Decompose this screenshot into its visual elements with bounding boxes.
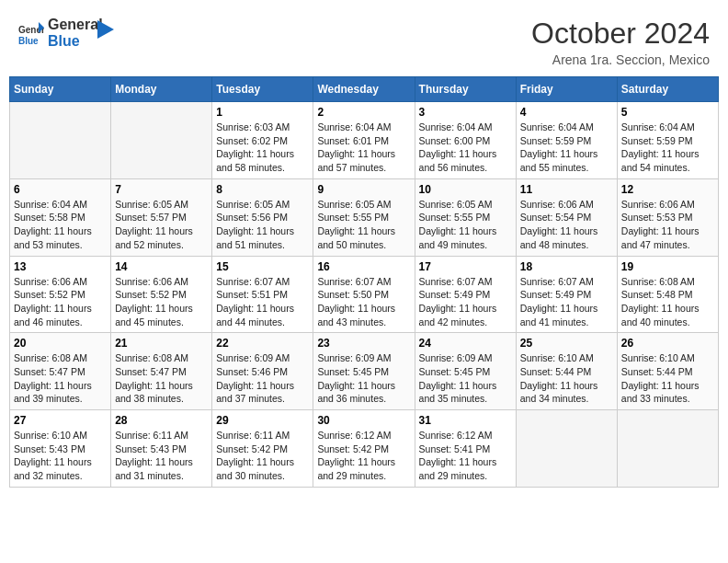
cell-info: Sunrise: 6:10 AM Sunset: 5:44 PM Dayligh…: [621, 351, 714, 406]
cell-info: Sunrise: 6:08 AM Sunset: 5:48 PM Dayligh…: [621, 275, 714, 329]
calendar-cell: 2Sunrise: 6:04 AM Sunset: 6:01 PM Daylig…: [313, 102, 415, 179]
day-number: 16: [317, 260, 410, 273]
day-number: 18: [520, 260, 613, 273]
calendar-header-row: SundayMondayTuesdayWednesdayThursdayFrid…: [10, 77, 719, 102]
calendar-cell: 17Sunrise: 6:07 AM Sunset: 5:49 PM Dayli…: [415, 256, 516, 333]
day-number: 13: [14, 260, 107, 273]
calendar-cell: 21Sunrise: 6:08 AM Sunset: 5:47 PM Dayli…: [111, 333, 212, 410]
column-header-saturday: Saturday: [617, 77, 718, 102]
calendar-cell: 4Sunrise: 6:04 AM Sunset: 5:59 PM Daylig…: [516, 102, 617, 179]
calendar-cell: 26Sunrise: 6:10 AM Sunset: 5:44 PM Dayli…: [617, 333, 718, 410]
cell-info: Sunrise: 6:03 AM Sunset: 6:02 PM Dayligh…: [216, 121, 309, 175]
day-number: 26: [621, 337, 714, 350]
cell-info: Sunrise: 6:06 AM Sunset: 5:52 PM Dayligh…: [14, 275, 107, 329]
day-number: 7: [115, 183, 208, 196]
calendar-cell: 18Sunrise: 6:07 AM Sunset: 5:49 PM Dayli…: [516, 256, 617, 333]
day-number: 31: [419, 414, 512, 427]
calendar-cell: 22Sunrise: 6:09 AM Sunset: 5:46 PM Dayli…: [212, 333, 313, 410]
cell-info: Sunrise: 6:10 AM Sunset: 5:43 PM Dayligh…: [14, 429, 107, 483]
day-number: 25: [520, 337, 613, 350]
calendar-cell: 24Sunrise: 6:09 AM Sunset: 5:45 PM Dayli…: [415, 333, 516, 410]
day-number: 6: [14, 183, 107, 196]
calendar-cell: 9Sunrise: 6:05 AM Sunset: 5:55 PM Daylig…: [313, 178, 415, 256]
calendar-cell: 15Sunrise: 6:07 AM Sunset: 5:51 PM Dayli…: [212, 256, 313, 333]
calendar-cell: 11Sunrise: 6:06 AM Sunset: 5:54 PM Dayli…: [516, 178, 617, 256]
logo-triangle-icon: [97, 20, 114, 39]
location: Arena 1ra. Seccion, Mexico: [531, 52, 710, 67]
column-header-sunday: Sunday: [10, 77, 111, 102]
calendar-cell: 5Sunrise: 6:04 AM Sunset: 5:59 PM Daylig…: [617, 102, 718, 179]
calendar-cell: 3Sunrise: 6:04 AM Sunset: 6:00 PM Daylig…: [415, 102, 516, 179]
calendar-table: SundayMondayTuesdayWednesdayThursdayFrid…: [9, 76, 719, 488]
day-number: 8: [216, 183, 309, 196]
column-header-friday: Friday: [516, 77, 617, 102]
calendar-cell: [516, 410, 617, 488]
day-number: 30: [317, 414, 410, 427]
day-number: 2: [317, 106, 410, 119]
cell-info: Sunrise: 6:06 AM Sunset: 5:52 PM Dayligh…: [115, 275, 208, 329]
calendar-cell: 16Sunrise: 6:07 AM Sunset: 5:50 PM Dayli…: [313, 256, 415, 333]
day-number: 11: [520, 183, 613, 196]
cell-info: Sunrise: 6:04 AM Sunset: 6:00 PM Dayligh…: [419, 121, 512, 175]
day-number: 19: [621, 260, 714, 273]
calendar-cell: 19Sunrise: 6:08 AM Sunset: 5:48 PM Dayli…: [617, 256, 718, 333]
cell-info: Sunrise: 6:06 AM Sunset: 5:53 PM Dayligh…: [621, 198, 714, 252]
calendar-cell: 30Sunrise: 6:12 AM Sunset: 5:42 PM Dayli…: [313, 410, 415, 488]
calendar-week-row: 1Sunrise: 6:03 AM Sunset: 6:02 PM Daylig…: [10, 102, 719, 179]
cell-info: Sunrise: 6:05 AM Sunset: 5:57 PM Dayligh…: [115, 198, 208, 252]
cell-info: Sunrise: 6:05 AM Sunset: 5:55 PM Dayligh…: [419, 198, 512, 252]
cell-info: Sunrise: 6:07 AM Sunset: 5:49 PM Dayligh…: [419, 275, 512, 329]
calendar-cell: 25Sunrise: 6:10 AM Sunset: 5:44 PM Dayli…: [516, 333, 617, 410]
calendar-cell: 27Sunrise: 6:10 AM Sunset: 5:43 PM Dayli…: [10, 410, 111, 488]
day-number: 4: [520, 106, 613, 119]
calendar-week-row: 6Sunrise: 6:04 AM Sunset: 5:58 PM Daylig…: [10, 178, 719, 256]
day-number: 23: [317, 337, 410, 350]
calendar-cell: [617, 410, 718, 488]
day-number: 20: [14, 337, 107, 350]
calendar-cell: 23Sunrise: 6:09 AM Sunset: 5:45 PM Dayli…: [313, 333, 415, 410]
day-number: 15: [216, 260, 309, 273]
calendar-cell: 13Sunrise: 6:06 AM Sunset: 5:52 PM Dayli…: [10, 256, 111, 333]
logo-icon: General Blue: [18, 20, 44, 46]
calendar-cell: 1Sunrise: 6:03 AM Sunset: 6:02 PM Daylig…: [212, 102, 313, 179]
day-number: 9: [317, 183, 410, 196]
day-number: 14: [115, 260, 208, 273]
column-header-wednesday: Wednesday: [313, 77, 415, 102]
day-number: 3: [419, 106, 512, 119]
title-section: October 2024 Arena 1ra. Seccion, Mexico: [531, 17, 710, 67]
calendar-cell: [10, 102, 111, 179]
cell-info: Sunrise: 6:04 AM Sunset: 5:59 PM Dayligh…: [621, 121, 714, 175]
cell-info: Sunrise: 6:05 AM Sunset: 5:56 PM Dayligh…: [216, 198, 309, 252]
cell-info: Sunrise: 6:07 AM Sunset: 5:50 PM Dayligh…: [317, 275, 410, 329]
calendar-cell: 12Sunrise: 6:06 AM Sunset: 5:53 PM Dayli…: [617, 178, 718, 256]
day-number: 1: [216, 106, 309, 119]
calendar-cell: 8Sunrise: 6:05 AM Sunset: 5:56 PM Daylig…: [212, 178, 313, 256]
cell-info: Sunrise: 6:11 AM Sunset: 5:43 PM Dayligh…: [115, 429, 208, 483]
cell-info: Sunrise: 6:07 AM Sunset: 5:49 PM Dayligh…: [520, 275, 613, 329]
cell-info: Sunrise: 6:11 AM Sunset: 5:42 PM Dayligh…: [216, 429, 309, 483]
calendar-cell: 31Sunrise: 6:12 AM Sunset: 5:41 PM Dayli…: [415, 410, 516, 488]
column-header-thursday: Thursday: [415, 77, 516, 102]
calendar-cell: 7Sunrise: 6:05 AM Sunset: 5:57 PM Daylig…: [111, 178, 212, 256]
column-header-monday: Monday: [111, 77, 212, 102]
day-number: 28: [115, 414, 208, 427]
calendar-cell: 6Sunrise: 6:04 AM Sunset: 5:58 PM Daylig…: [10, 178, 111, 256]
cell-info: Sunrise: 6:08 AM Sunset: 5:47 PM Dayligh…: [115, 351, 208, 406]
calendar-week-row: 13Sunrise: 6:06 AM Sunset: 5:52 PM Dayli…: [10, 256, 719, 333]
day-number: 29: [216, 414, 309, 427]
svg-marker-3: [97, 20, 114, 39]
cell-info: Sunrise: 6:06 AM Sunset: 5:54 PM Dayligh…: [520, 198, 613, 252]
cell-info: Sunrise: 6:09 AM Sunset: 5:45 PM Dayligh…: [317, 351, 410, 406]
month-title: October 2024: [531, 17, 710, 51]
calendar-cell: 29Sunrise: 6:11 AM Sunset: 5:42 PM Dayli…: [212, 410, 313, 488]
logo-text: General Blue: [48, 17, 103, 49]
cell-info: Sunrise: 6:07 AM Sunset: 5:51 PM Dayligh…: [216, 275, 309, 329]
day-number: 10: [419, 183, 512, 196]
calendar-cell: 20Sunrise: 6:08 AM Sunset: 5:47 PM Dayli…: [10, 333, 111, 410]
cell-info: Sunrise: 6:12 AM Sunset: 5:41 PM Dayligh…: [419, 429, 512, 483]
calendar-cell: 14Sunrise: 6:06 AM Sunset: 5:52 PM Dayli…: [111, 256, 212, 333]
calendar-week-row: 27Sunrise: 6:10 AM Sunset: 5:43 PM Dayli…: [10, 410, 719, 488]
logo: General Blue General Blue: [18, 17, 114, 49]
cell-info: Sunrise: 6:08 AM Sunset: 5:47 PM Dayligh…: [14, 351, 107, 406]
day-number: 24: [419, 337, 512, 350]
